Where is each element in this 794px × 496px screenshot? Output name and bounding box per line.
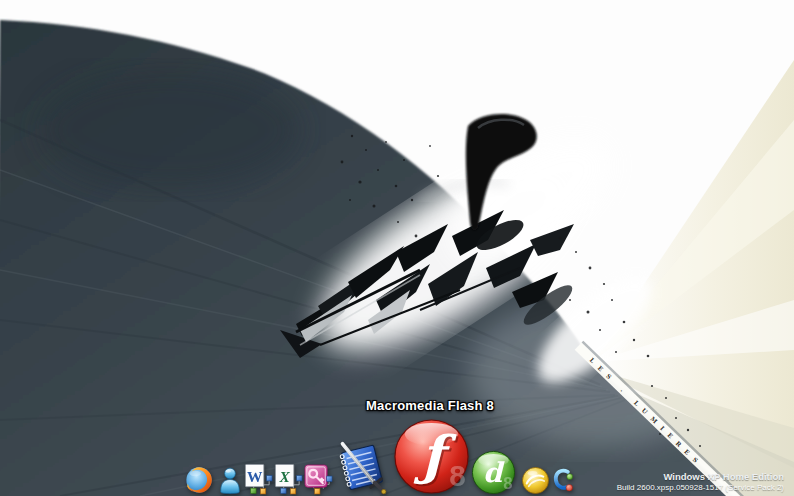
blue-loop-icon [552, 467, 575, 495]
messenger-buddy-icon [217, 466, 243, 495]
dock-item-gold-swirl[interactable] [521, 466, 550, 495]
svg-text:d: d [483, 456, 505, 488]
dock-item-dreamweaver8[interactable]: 8 d [471, 450, 516, 495]
word-icon: W [244, 463, 273, 495]
dreamweaver8-icon: 8 d [471, 450, 516, 495]
flash8-icon: 8 ƒ ƒ [393, 418, 470, 495]
svg-text:8: 8 [449, 459, 465, 492]
keyboard-editor-icon [335, 440, 388, 495]
dock-item-excel[interactable]: X [274, 463, 303, 495]
svg-text:8: 8 [503, 474, 512, 493]
gold-swirl-icon [521, 466, 550, 495]
svg-text:W: W [247, 468, 263, 485]
dock-tooltip: Macromedia Flash 8 [366, 398, 494, 413]
windows-build-text: Build 2600.xpsp.050928-1517 (Service Pac… [617, 483, 784, 492]
dock-item-keyboard-editor[interactable] [335, 440, 388, 495]
svg-text:X: X [278, 468, 290, 485]
dock-item-firefox[interactable] [184, 465, 214, 495]
dock-item-blue-loop[interactable] [552, 467, 575, 495]
firefox-icon [184, 465, 214, 495]
dock-item-word[interactable]: W [244, 463, 273, 495]
desktop: LES . LUMIERES [0, 0, 794, 496]
access-key-icon [303, 463, 333, 495]
excel-icon: X [274, 463, 303, 495]
dock-item-messenger[interactable] [217, 466, 243, 495]
windows-edition-text: Windows XP Home Edition [617, 472, 784, 483]
dock-item-flash8[interactable]: 8 ƒ ƒ [393, 418, 470, 495]
dock-item-access[interactable] [303, 463, 333, 495]
windows-version-watermark: Windows XP Home Edition Build 2600.xpsp.… [617, 472, 784, 492]
